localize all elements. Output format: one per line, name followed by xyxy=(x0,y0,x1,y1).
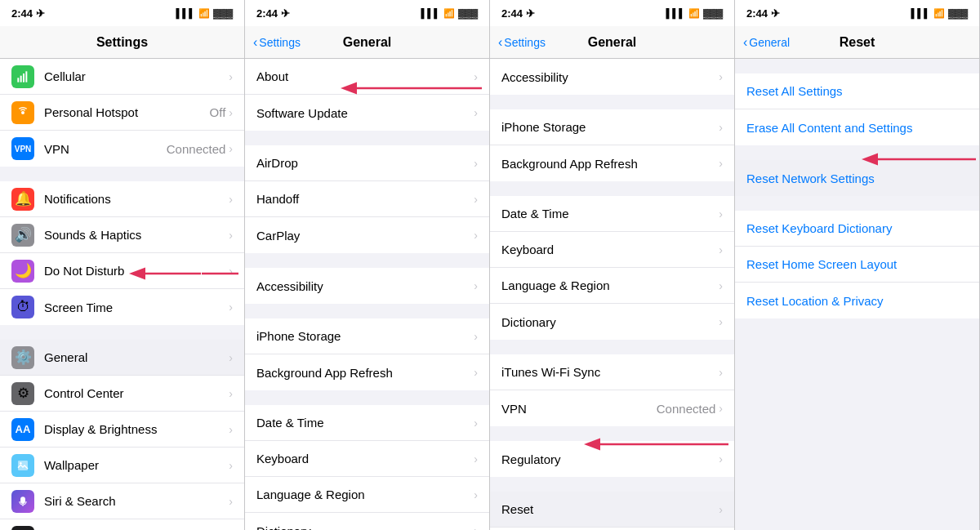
row-notifications[interactable]: 🔔 Notifications › xyxy=(0,181,244,217)
status-icons-4: ▌▌▌ 📶 ▓▓▓ xyxy=(911,8,968,19)
row-keyboard[interactable]: Keyboard › xyxy=(245,441,489,477)
row-dictionary[interactable]: Dictionary › xyxy=(245,513,489,530)
panel-content-3[interactable]: Accessibility › iPhone Storage › Backgro… xyxy=(490,59,734,530)
battery-icon-3: ▓▓▓ xyxy=(703,8,723,18)
notifications-icon: 🔔 xyxy=(11,188,34,211)
row-sounds[interactable]: 🔊 Sounds & Haptics › xyxy=(0,217,244,253)
row-vpn3[interactable]: VPN Connected › xyxy=(490,390,734,426)
accessibility-chevron: › xyxy=(474,279,478,292)
hotspot-label: Personal Hotspot xyxy=(44,105,210,119)
signal-icon: ▌▌▌ xyxy=(176,8,195,18)
settings-group-system: 🔔 Notifications › 🔊 Sounds & Haptics › 🌙… xyxy=(0,181,244,325)
siri-icon xyxy=(11,490,34,513)
row-iphonestorage2[interactable]: iPhone Storage › xyxy=(490,109,734,145)
status-icons-3: ▌▌▌ 📶 ▓▓▓ xyxy=(666,8,723,19)
wifi-icon-4: 📶 xyxy=(933,8,945,19)
row-softwareupdate[interactable]: Software Update › xyxy=(245,95,489,131)
row-cellular[interactable]: Cellular › xyxy=(0,59,244,95)
regulatory-chevron: › xyxy=(719,452,723,465)
sounds-icon: 🔊 xyxy=(11,224,34,247)
general-label: General xyxy=(44,350,229,364)
battery-icon: ▓▓▓ xyxy=(213,8,233,18)
gen-separator-1 xyxy=(245,131,489,145)
status-bar-4: 2:44 ✈ ▌▌▌ 📶 ▓▓▓ xyxy=(735,0,979,26)
panel-content-1[interactable]: Cellular › Personal Hotspot Off › VPN VP… xyxy=(0,59,244,530)
screentime-label: Screen Time xyxy=(44,301,229,314)
controlcenter-chevron: › xyxy=(229,387,233,400)
row-iphonestorage[interactable]: iPhone Storage › xyxy=(245,318,489,354)
airdrop-label: AirDrop xyxy=(256,156,474,170)
general-chevron: › xyxy=(229,351,233,364)
resetnetwork-label: Reset Network Settings xyxy=(746,171,875,185)
status-bar-1: 2:44 ✈ ▌▌▌ 📶 ▓▓▓ xyxy=(0,0,244,26)
row-regulatory[interactable]: Regulatory › xyxy=(490,441,734,477)
vpn-label: VPN xyxy=(44,142,167,156)
row-wallpaper[interactable]: Wallpaper › xyxy=(0,448,244,483)
row-languageregion[interactable]: Language & Region › xyxy=(245,477,489,513)
status-icons-1: ▌▌▌ 📶 ▓▓▓ xyxy=(176,8,233,19)
panel-content-4[interactable]: Reset All Settings Erase All Content and… xyxy=(735,59,979,530)
row-faceid[interactable]: Face ID & Passcode › xyxy=(0,519,244,530)
row-datetime[interactable]: Date & Time › xyxy=(245,405,489,441)
row-dictionary2[interactable]: Dictionary › xyxy=(490,304,734,340)
display-chevron: › xyxy=(229,423,233,436)
row-siri[interactable]: Siri & Search › xyxy=(0,483,244,519)
row-about[interactable]: About › xyxy=(245,59,489,95)
row-keyboard2[interactable]: Keyboard › xyxy=(490,232,734,268)
nav-bar-4: ‹ General Reset xyxy=(735,26,979,59)
sounds-chevron: › xyxy=(229,229,233,242)
row-resetkeyboard[interactable]: Reset Keyboard Dictionary xyxy=(735,211,979,247)
gen2-group-2: iPhone Storage › Background App Refresh … xyxy=(490,109,734,181)
row-resetall[interactable]: Reset All Settings xyxy=(735,73,979,109)
datetime2-label: Date & Time xyxy=(501,207,719,220)
row-backgroundrefresh2[interactable]: Background App Refresh › xyxy=(490,145,734,181)
display-label: Display & Brightness xyxy=(44,422,229,436)
controlcenter-icon: ⚙ xyxy=(11,382,34,405)
gen-separator-3 xyxy=(245,304,489,318)
row-general[interactable]: ⚙️ General › xyxy=(0,340,244,376)
reset-sep-0 xyxy=(735,59,979,73)
row-vpn[interactable]: VPN VPN Connected › xyxy=(0,131,244,167)
svg-rect-0 xyxy=(17,78,19,82)
panel-content-2[interactable]: About › Software Update › AirDrop › Hand… xyxy=(245,59,489,530)
row-display[interactable]: AA Display & Brightness › xyxy=(0,412,244,448)
gen-separator-4 xyxy=(245,390,489,405)
eraseall-label: Erase All Content and Settings xyxy=(746,121,912,135)
row-languageregion2[interactable]: Language & Region › xyxy=(490,268,734,304)
row-accessibility[interactable]: Accessibility › xyxy=(245,268,489,304)
row-carplay[interactable]: CarPlay › xyxy=(245,217,489,253)
status-bar-2: 2:44 ✈ ▌▌▌ 📶 ▓▓▓ xyxy=(245,0,489,26)
back-btn-2[interactable]: ‹ Settings xyxy=(253,35,301,50)
wifi-icon-2: 📶 xyxy=(443,8,455,19)
notifications-chevron: › xyxy=(229,193,233,206)
row-resetlocation[interactable]: Reset Location & Privacy xyxy=(735,283,979,318)
back-btn-4[interactable]: ‹ General xyxy=(743,35,790,50)
gen2-group-5: Regulatory › xyxy=(490,441,734,477)
dnd-label: Do Not Disturb xyxy=(44,264,229,278)
datetime-chevron: › xyxy=(474,416,478,430)
row-hotspot[interactable]: Personal Hotspot Off › xyxy=(0,95,244,131)
gen2-group-1: Accessibility › xyxy=(490,59,734,95)
back-btn-3[interactable]: ‹ Settings xyxy=(498,35,546,50)
svg-rect-1 xyxy=(20,75,22,82)
row-datetime2[interactable]: Date & Time › xyxy=(490,196,734,232)
row-airdrop[interactable]: AirDrop › xyxy=(245,145,489,181)
signal-icon-2: ▌▌▌ xyxy=(421,8,440,18)
row-backgroundrefresh[interactable]: Background App Refresh › xyxy=(245,354,489,390)
general-icon: ⚙️ xyxy=(11,346,34,369)
row-resetnetwork[interactable]: Reset Network Settings xyxy=(735,160,979,196)
panel-general: 2:44 ✈ ▌▌▌ 📶 ▓▓▓ ‹ Settings General Abou… xyxy=(245,0,490,530)
row-dnd[interactable]: 🌙 Do Not Disturb › xyxy=(0,253,244,289)
time-2: 2:44 ✈ xyxy=(256,7,290,20)
row-itunessync2[interactable]: iTunes Wi-Fi Sync › xyxy=(490,354,734,390)
row-handoff[interactable]: Handoff › xyxy=(245,181,489,217)
general-group-2: AirDrop › Handoff › CarPlay › xyxy=(245,145,489,253)
row-accessibility2[interactable]: Accessibility › xyxy=(490,59,734,95)
row-resethomescreen[interactable]: Reset Home Screen Layout xyxy=(735,247,979,283)
general-group-1: About › Software Update › xyxy=(245,59,489,131)
row-screentime[interactable]: ⏱ Screen Time › xyxy=(0,289,244,325)
row-controlcenter[interactable]: ⚙ Control Center › xyxy=(0,376,244,412)
row-reset[interactable]: Reset › xyxy=(490,492,734,528)
row-eraseall[interactable]: Erase All Content and Settings xyxy=(735,109,979,145)
vpn-chevron: › xyxy=(229,142,233,155)
